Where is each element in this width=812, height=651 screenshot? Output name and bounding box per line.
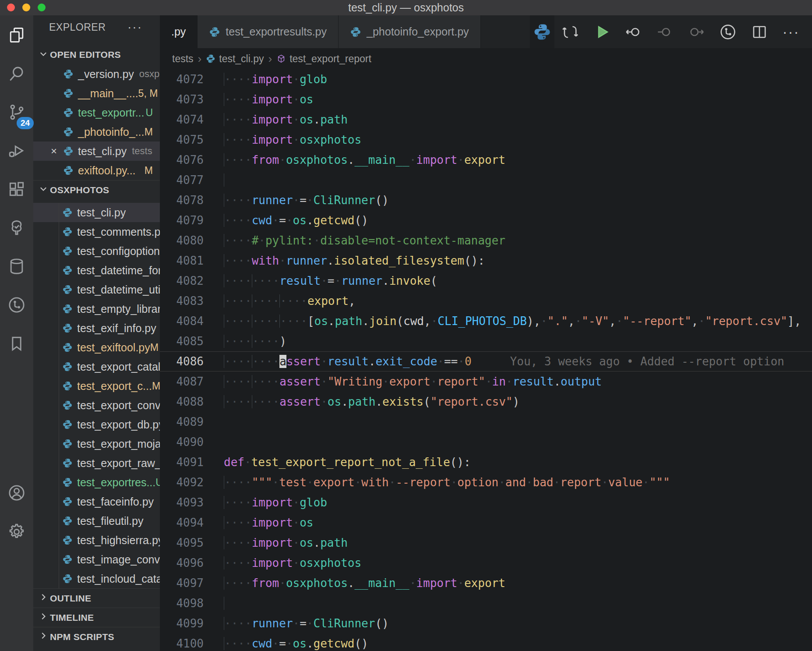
code-line[interactable]: 4088········assert·os.path.exists("repor…: [160, 392, 812, 412]
explorer-header: EXPLORER ···: [33, 15, 160, 39]
code-line[interactable]: 4089: [160, 412, 812, 432]
file-tree-item[interactable]: test_export_catalin...: [33, 357, 160, 376]
file-tree-item[interactable]: test_highsierra.py: [33, 531, 160, 550]
code-line[interactable]: 4093····import·glob: [160, 492, 812, 513]
code-line[interactable]: 4076····from·osxphotos.__main__·import·e…: [160, 150, 812, 170]
file-tree-item[interactable]: test_export_db.py: [33, 415, 160, 434]
code-line[interactable]: 4087········assert·"Writing·export·repor…: [160, 371, 812, 392]
editor-tab[interactable]: _photoinfo_export.py: [339, 15, 481, 48]
breadcrumb-item[interactable]: test_export_report: [276, 53, 371, 65]
accounts-icon[interactable]: [7, 483, 27, 503]
code-line[interactable]: 4079····cwd·=·os.getcwd(): [160, 210, 812, 230]
file-tree-item[interactable]: test_fileutil.py: [33, 511, 160, 531]
bookmarks-icon[interactable]: [7, 333, 27, 354]
open-editor-item[interactable]: exiftool.py...M: [33, 161, 160, 180]
file-tree-item[interactable]: test_comments.py: [33, 222, 160, 241]
code-line[interactable]: 4094····import·os: [160, 513, 812, 533]
git-status-badge: 5, M: [138, 88, 160, 99]
breadcrumb-item[interactable]: tests: [172, 53, 194, 65]
gitlens-icon[interactable]: [7, 295, 27, 315]
code-line[interactable]: 4073····import·os: [160, 89, 812, 110]
code-line[interactable]: 4097····from·osxphotos.__main__·import·e…: [160, 573, 812, 593]
editor-tab[interactable]: .py: [160, 15, 198, 48]
open-editor-item[interactable]: test_exportr...U: [33, 103, 160, 122]
code-editor[interactable]: 4072····import·glob4073····import·os4074…: [160, 69, 812, 651]
code-line[interactable]: 4072····import·glob: [160, 69, 812, 89]
code-line[interactable]: 4075····import·osxphotos: [160, 130, 812, 150]
open-editor-item[interactable]: __main__....5, M: [33, 84, 160, 103]
explorer-icon[interactable]: [7, 25, 27, 45]
line-number: 4073: [160, 89, 204, 110]
open-editor-name: test_cli.py: [78, 145, 127, 158]
code-line[interactable]: 4092····"""·test·export·with·--report·op…: [160, 472, 812, 492]
file-tree-item[interactable]: test_export_mojave...: [33, 434, 160, 453]
search-icon[interactable]: [7, 64, 27, 84]
code-line[interactable]: 4081····with·runner.isolated_filesystem(…: [160, 251, 812, 271]
file-tree-item[interactable]: test_faceinfo.py: [33, 492, 160, 511]
file-tree-item[interactable]: test_cli.py: [33, 203, 160, 222]
settings-gear-icon[interactable]: [7, 522, 27, 542]
file-tree-item[interactable]: test_image_convert...: [33, 550, 160, 569]
run-file-icon[interactable]: [586, 15, 618, 48]
open-editors-header[interactable]: OPEN EDITORS: [33, 45, 160, 64]
code-line[interactable]: 4077: [160, 170, 812, 190]
editor-actions: ···: [530, 15, 812, 48]
file-tree-item[interactable]: test_export_c...M: [33, 376, 160, 396]
close-window-button[interactable]: [7, 4, 15, 11]
sidebar-section-outline[interactable]: OUTLINE: [33, 588, 160, 608]
code-line[interactable]: 4078····runner·=·CliRunner(): [160, 190, 812, 210]
minimize-window-button[interactable]: [22, 4, 30, 11]
split-editor-icon[interactable]: [744, 15, 775, 48]
compare-changes-icon[interactable]: [554, 15, 586, 48]
close-editor-icon[interactable]: ×: [45, 145, 63, 157]
testing-tree-icon[interactable]: [7, 218, 27, 238]
file-tree-item[interactable]: test_export_conver...: [33, 396, 160, 415]
extensions-icon[interactable]: [7, 179, 27, 199]
python-interpreter-icon[interactable]: [530, 15, 554, 48]
folder-section-header[interactable]: OSXPHOTOS: [33, 180, 160, 199]
sidebar-section-timeline[interactable]: TIMELINE: [33, 608, 160, 627]
file-tree-item[interactable]: test_exportres...U: [33, 473, 160, 492]
code-line[interactable]: 4100····cwd·=·os.getcwd(): [160, 633, 812, 651]
step-forward-icon[interactable]: [681, 15, 712, 48]
editor-tab[interactable]: test_exportresults.py: [198, 15, 339, 48]
database-icon[interactable]: [7, 256, 27, 276]
file-tree-item[interactable]: test_export_raw_ca...: [33, 453, 160, 473]
code-line[interactable]: 4086········assert·result.exit_code·==·0…: [160, 351, 812, 371]
code-line[interactable]: 4083············export,: [160, 291, 812, 311]
file-tree-item[interactable]: test_exiftool.pyM: [33, 338, 160, 357]
code-line[interactable]: 4090: [160, 432, 812, 452]
file-tree-item[interactable]: test_empty_library_...: [33, 299, 160, 318]
code-line[interactable]: 4095····import·os.path: [160, 533, 812, 553]
line-number: 4087: [160, 371, 204, 392]
sidebar-section-npm-scripts[interactable]: NPM SCRIPTS: [33, 627, 160, 646]
file-name: test_export_conver...: [77, 399, 160, 412]
line-number: 4072: [160, 69, 204, 89]
code-line[interactable]: 4074····import·os.path: [160, 110, 812, 130]
explorer-more-actions-icon[interactable]: ···: [127, 25, 142, 29]
code-line[interactable]: 4096····import·osxphotos: [160, 553, 812, 573]
code-line[interactable]: 4091def·test_export_report_not_a_file():: [160, 452, 812, 472]
run-debug-icon[interactable]: [7, 141, 27, 161]
breadcrumb-item[interactable]: test_cli.py: [206, 53, 264, 65]
code-line[interactable]: 4082········result·=·runner.invoke(: [160, 271, 812, 291]
record-step-icon[interactable]: [649, 15, 681, 48]
file-tree-item[interactable]: test_incloud_catali...: [33, 569, 160, 588]
file-tree-item[interactable]: test_exif_info.py: [33, 318, 160, 338]
gitlens-action-icon[interactable]: [712, 15, 744, 48]
more-actions-icon[interactable]: ···: [775, 15, 807, 48]
code-line[interactable]: 4080····#·pylint:·disable=not-context-ma…: [160, 230, 812, 251]
file-tree-item[interactable]: test_datetime_form...: [33, 261, 160, 280]
code-line[interactable]: 4084············[os.path.join(cwd,·CLI_P…: [160, 311, 812, 331]
step-back-icon[interactable]: [618, 15, 649, 48]
open-editor-item[interactable]: _photoinfo_...M: [33, 122, 160, 142]
code-line[interactable]: 4098: [160, 593, 812, 613]
file-tree-item[interactable]: test_configoptions....: [33, 241, 160, 261]
file-tree-item[interactable]: test_datetime_utils....: [33, 280, 160, 299]
code-line[interactable]: 4099····runner·=·CliRunner(): [160, 613, 812, 633]
open-editor-item[interactable]: ×test_cli.pytests: [33, 142, 160, 161]
zoom-window-button[interactable]: [38, 4, 46, 11]
open-editor-item[interactable]: _version.pyosxp...: [33, 64, 160, 84]
python-file-icon: [62, 207, 73, 218]
code-line[interactable]: 4085········): [160, 331, 812, 351]
